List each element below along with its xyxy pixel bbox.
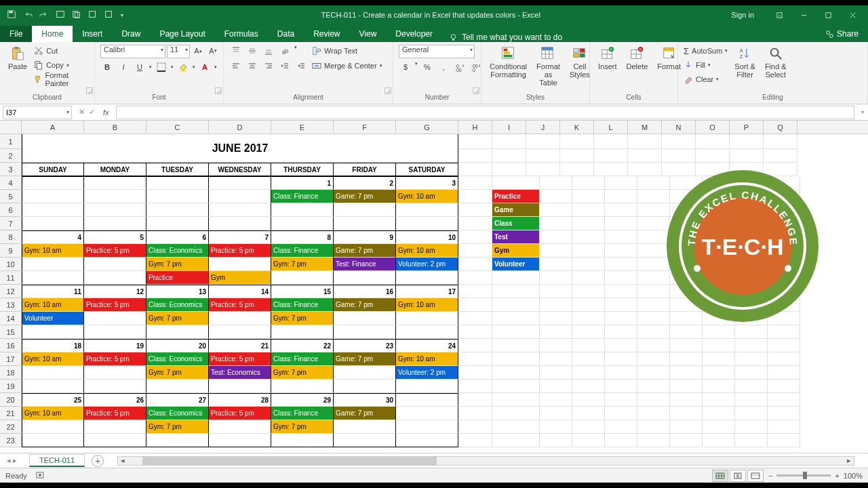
cell[interactable]: Practice: [492, 190, 540, 203]
cell[interactable]: [572, 285, 605, 298]
cell[interactable]: [492, 352, 540, 366]
align-bottom-icon[interactable]: [262, 45, 275, 57]
cell[interactable]: 18: [22, 339, 84, 352]
cell[interactable]: [396, 312, 458, 325]
cell[interactable]: 6: [146, 230, 209, 244]
cell[interactable]: Practice: 5 pm: [84, 407, 146, 420]
cell[interactable]: [271, 380, 334, 393]
cell[interactable]: [458, 434, 492, 447]
find-select-button[interactable]: Find & Select: [762, 45, 789, 80]
row-header[interactable]: 6: [0, 203, 22, 217]
cell[interactable]: [84, 217, 146, 230]
cell[interactable]: [22, 217, 84, 230]
cell[interactable]: [209, 176, 271, 190]
cell[interactable]: [605, 339, 637, 352]
cell[interactable]: [572, 312, 605, 325]
cell[interactable]: 7: [209, 230, 271, 244]
cell[interactable]: [572, 258, 605, 271]
cell[interactable]: Gym: 7 pm: [271, 366, 334, 380]
cell[interactable]: [605, 325, 637, 339]
cell[interactable]: [84, 380, 146, 393]
align-left-icon[interactable]: [229, 60, 243, 72]
cell[interactable]: [492, 420, 540, 434]
cell[interactable]: Gym: 10 am: [396, 190, 458, 203]
cell[interactable]: Practice: 5 pm: [84, 352, 146, 366]
row-header[interactable]: 23: [0, 434, 22, 447]
qat-icon[interactable]: [104, 9, 114, 20]
zoom-in-button[interactable]: +: [835, 472, 839, 480]
font-color-button[interactable]: A: [198, 61, 212, 73]
cell[interactable]: [84, 203, 146, 217]
cell[interactable]: [605, 271, 637, 285]
column-header[interactable]: P: [730, 121, 764, 134]
cell[interactable]: Gym: 10 am: [22, 352, 84, 366]
cell[interactable]: [572, 352, 605, 366]
cell[interactable]: [540, 203, 572, 217]
cell[interactable]: 11: [22, 285, 84, 298]
cell[interactable]: [572, 271, 605, 285]
cell[interactable]: [540, 298, 572, 312]
row-header[interactable]: 11: [0, 271, 22, 285]
decrease-font-icon[interactable]: A▾: [206, 45, 220, 57]
column-header[interactable]: E: [271, 121, 334, 134]
cell[interactable]: Gym: 7 pm: [146, 258, 209, 271]
conditional-formatting-button[interactable]: Conditional Formatting: [487, 45, 530, 80]
cell[interactable]: Gym: 7 pm: [271, 312, 334, 325]
cell[interactable]: [271, 203, 334, 217]
cell[interactable]: [670, 434, 703, 447]
cell[interactable]: [605, 393, 637, 407]
cell[interactable]: [492, 163, 526, 176]
cell[interactable]: [458, 298, 492, 312]
column-header[interactable]: H: [458, 121, 492, 134]
cell[interactable]: [458, 258, 492, 271]
row-header[interactable]: 19: [0, 380, 22, 393]
cell[interactable]: Test: [492, 230, 540, 244]
cell[interactable]: Class: [492, 217, 540, 230]
cell[interactable]: [540, 420, 572, 434]
cell[interactable]: [22, 420, 84, 434]
cell[interactable]: 12: [84, 285, 146, 298]
cell[interactable]: [628, 149, 662, 163]
cell[interactable]: [492, 285, 540, 298]
cell[interactable]: [572, 325, 605, 339]
cell[interactable]: [605, 420, 637, 434]
qat-icon[interactable]: [72, 9, 81, 20]
decrease-decimal-icon[interactable]: .00.0: [469, 61, 483, 73]
cell[interactable]: [84, 176, 146, 190]
cell[interactable]: [703, 339, 735, 352]
underline-button[interactable]: U: [133, 61, 146, 73]
cell[interactable]: Class: Finance: [271, 407, 334, 420]
row-header[interactable]: 7: [0, 217, 22, 230]
cell[interactable]: [735, 325, 768, 339]
cell[interactable]: [540, 176, 572, 190]
cell[interactable]: [572, 190, 605, 203]
copy-button[interactable]: Copy▾: [34, 59, 89, 71]
cell[interactable]: [670, 352, 703, 366]
cell[interactable]: [492, 366, 540, 380]
cell[interactable]: [396, 217, 458, 230]
cell[interactable]: [605, 407, 637, 420]
cell[interactable]: [605, 312, 637, 325]
row-header[interactable]: 18: [0, 366, 22, 380]
cell[interactable]: [605, 258, 637, 271]
cell[interactable]: [209, 325, 271, 339]
cell[interactable]: [22, 380, 84, 393]
zoom-out-button[interactable]: −: [768, 472, 772, 480]
minimize-icon[interactable]: [792, 8, 815, 22]
cell[interactable]: [768, 434, 800, 447]
cell[interactable]: MONDAY: [84, 163, 146, 176]
cell[interactable]: [458, 420, 492, 434]
decrease-indent-icon[interactable]: [278, 60, 292, 72]
cell[interactable]: [670, 420, 703, 434]
cell[interactable]: [637, 366, 670, 380]
cell[interactable]: [458, 217, 492, 230]
cell[interactable]: WEDNESDAY: [209, 163, 271, 176]
row-header[interactable]: 5: [0, 190, 22, 203]
cell[interactable]: [84, 271, 146, 285]
tab-home[interactable]: Home: [32, 26, 73, 42]
row-header[interactable]: 1: [0, 134, 22, 149]
cell[interactable]: [696, 134, 730, 149]
cell[interactable]: TUESDAY: [146, 163, 209, 176]
cell[interactable]: Volunteer: [492, 258, 540, 271]
cell[interactable]: Gym: 7 pm: [146, 420, 209, 434]
